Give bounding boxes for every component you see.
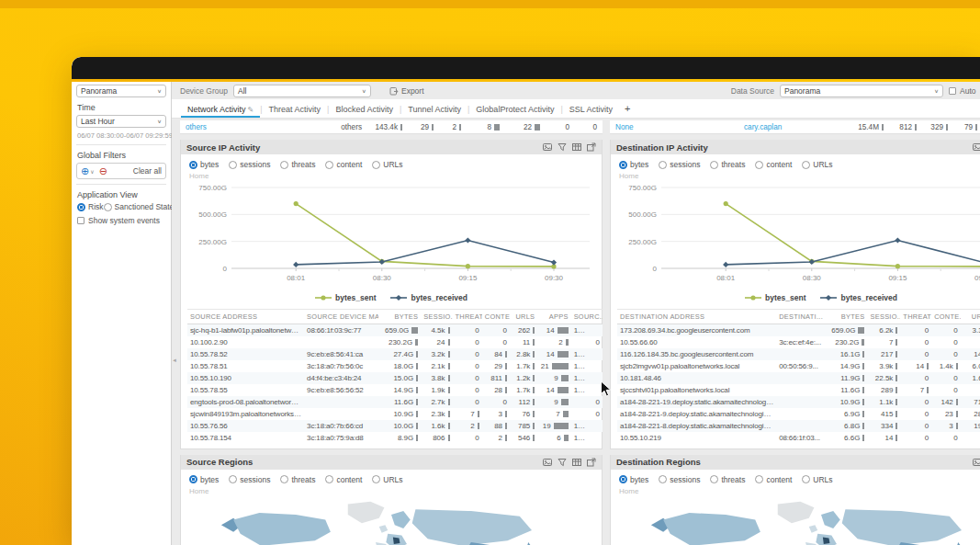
breadcrumb[interactable]: Home [619,487,980,495]
destination-ip-line-chart[interactable]: 0250.00G500.00G750.00G08:0108:3009:1509:… [617,180,980,292]
device-mac-link[interactable]: 3c:18:a0:7b:56:0c [304,360,378,372]
row-link[interactable]: None [615,123,744,131]
legend-item-bytes-received[interactable]: bytes_received [390,293,467,302]
metric-radio-content[interactable] [755,475,763,483]
metric-radio-sessions[interactable] [229,161,237,169]
address-link[interactable]: sjccshtvl01p.paloaltonetworks.local [617,384,776,396]
breadcrumb[interactable]: Home [189,172,595,180]
table-row[interactable]: 10.55.10.21908:66:1f:03...6.6G140013 [617,432,980,444]
export-image-icon[interactable] [973,458,980,467]
metric-option-threats[interactable]: threats [280,475,315,484]
address-link[interactable]: a184-28-221-9.deploy.static.akamaitechno… [617,408,776,420]
export-button[interactable]: Export [389,86,424,96]
address-link[interactable]: a184-28-221-19.deploy.static.akamaitechn… [617,396,776,408]
column-header-urls[interactable]: URLS [510,310,537,324]
metric-radio-sessions[interactable] [659,161,667,169]
table-view-icon[interactable] [572,458,581,467]
address-link[interactable]: sjcwin849193m.paloaltonetworks.local [187,408,304,420]
column-header-sessio[interactable]: SESSIO... [867,310,900,324]
legend-item-bytes-received[interactable]: bytes_received [820,293,896,302]
edit-pencil-icon[interactable]: ✎ [248,106,254,114]
context-select[interactable]: Panorama ∨ [76,85,166,97]
metric-option-sessions[interactable]: sessions [659,475,700,484]
table-row[interactable]: 10.100.2.90230.2G24001120 [187,336,603,348]
show-system-events-checkbox[interactable] [77,217,84,224]
breadcrumb[interactable]: Home [189,487,595,495]
address-link[interactable]: 10.55.76.56 [187,420,304,432]
metric-radio-content[interactable] [325,475,333,483]
metric-option-bytes[interactable]: bytes [189,160,219,169]
breadcrumb[interactable]: Home [619,172,980,180]
table-row[interactable]: 10.55.78.529c:eb:e8:56:41:ca27.4G3.2k084… [187,348,603,360]
remove-filter-icon[interactable]: ⊖ [99,166,107,176]
tab-tunnel-activity[interactable]: Tunnel Activity [401,101,467,118]
device-group-select[interactable]: All ∨ [233,85,371,97]
table-row[interactable]: sjcwin849193m.paloaltonetworks.local10.9… [187,408,603,420]
column-header-bytes[interactable]: BYTES [825,310,867,324]
table-view-icon[interactable] [572,142,581,152]
device-mac-link[interactable]: 9c:eb:e8:56:41:ca [304,348,378,360]
metric-option-sessions[interactable]: sessions [229,160,270,169]
device-mac-link[interactable]: 9c:eb:e8:56:56:52 [304,384,378,396]
table-row[interactable]: a184-28-221-19.deploy.static.akamaitechn… [617,396,980,408]
device-mac-link[interactable]: d4:f4:be:c3:4b:24 [304,372,378,384]
address-link[interactable]: 10.100.2.90 [187,336,304,348]
table-row[interactable]: 116.126.184.35.bc.googleusercontent.com1… [617,348,980,360]
metric-option-threats[interactable]: threats [710,160,745,169]
column-header-conte[interactable]: CONTE... [931,310,961,324]
metric-option-bytes[interactable]: bytes [189,475,219,484]
truncated-widget-row-right[interactable]: Nonecary.caplan15.4M8123297904 [610,120,980,134]
column-header-sessio[interactable]: SESSIO... [421,310,452,324]
metric-option-content[interactable]: content [325,475,362,484]
filter-icon[interactable] [558,142,567,152]
metric-radio-bytes[interactable] [619,475,627,483]
address-link[interactable]: 10.55.78.154 [187,432,304,444]
window-titlebar[interactable] [72,57,980,79]
destination-regions-map[interactable] [617,497,980,545]
metric-option-content[interactable]: content [755,160,792,169]
device-mac-link[interactable]: 00:50:56:9... [776,360,825,372]
tab-network-activity[interactable]: Network Activity✎ [181,101,260,118]
table-row[interactable]: a184-28-221-8.deploy.static.akamaitechno… [617,420,980,432]
chevron-down-icon[interactable]: ∨ [90,168,94,175]
column-header-source-device-mac[interactable]: SOURCE DEVICE MAC [304,310,378,324]
metric-radio-bytes[interactable] [189,161,197,169]
metric-radio-threats[interactable] [710,161,718,169]
metric-radio-sessions[interactable] [659,475,667,483]
metric-radio-bytes[interactable] [189,475,197,483]
table-row[interactable]: 10.55.78.513c:18:a0:7b:56:0c18.0G2.1k029… [187,360,603,372]
device-mac-link[interactable]: 08:66:1f:03:9c:77 [304,324,378,336]
address-link[interactable]: sjc-hq-b1-labfw01p.paloaltonetworks.l... [187,324,304,336]
metric-option-urls[interactable]: URLs [802,160,832,169]
metric-option-sessions[interactable]: sessions [659,160,700,169]
maximize-icon[interactable] [587,458,596,467]
metric-option-urls[interactable]: URLs [372,160,402,169]
table-row[interactable]: 10.55.78.1543c:18:a0:75:9a:d88.9G8060254… [187,432,603,444]
device-mac-link[interactable]: 3c:ec:ef:4e:... [776,336,825,348]
column-header-destination-address[interactable]: DESTINATION ADDRESS [617,310,776,324]
export-image-icon[interactable] [973,142,980,152]
metric-option-sessions[interactable]: sessions [229,475,270,484]
column-header-threats[interactable]: THREATS [900,310,931,324]
column-header-conte[interactable]: CONTE... [482,310,510,324]
address-link[interactable]: 10.55.78.55 [187,384,304,396]
metric-option-urls[interactable]: URLs [802,475,832,484]
source-regions-map[interactable] [187,497,595,545]
column-header-destinati[interactable]: DESTINATI... [776,310,825,324]
metric-radio-threats[interactable] [710,475,718,483]
address-link[interactable]: 116.126.184.35.bc.googleusercontent.com [617,348,776,360]
metric-radio-content[interactable] [755,161,763,169]
truncated-widget-row-left[interactable]: othersothers143.4k29282200 [180,120,603,134]
metric-radio-urls[interactable] [372,475,380,483]
metric-radio-urls[interactable] [802,161,810,169]
address-link[interactable]: 10.55.66.60 [617,336,776,348]
table-row[interactable]: sjc-hq-b1-labfw01p.paloaltonetworks.l...… [187,324,603,336]
address-link[interactable]: 10.55.10.190 [187,372,304,384]
add-tab-button[interactable]: + [619,101,636,118]
tab-threat-activity[interactable]: Threat Activity [263,101,328,118]
column-header-urls[interactable]: URLS [961,310,980,324]
device-mac-link[interactable]: 3c:18:a0:7b:66:cd [304,420,378,432]
filter-icon[interactable] [558,458,567,467]
tab-blocked-activity[interactable]: Blocked Activity [329,101,400,118]
table-row[interactable]: sjcb2imgvw01p.paloaltonetworks.local00:5… [617,360,980,372]
